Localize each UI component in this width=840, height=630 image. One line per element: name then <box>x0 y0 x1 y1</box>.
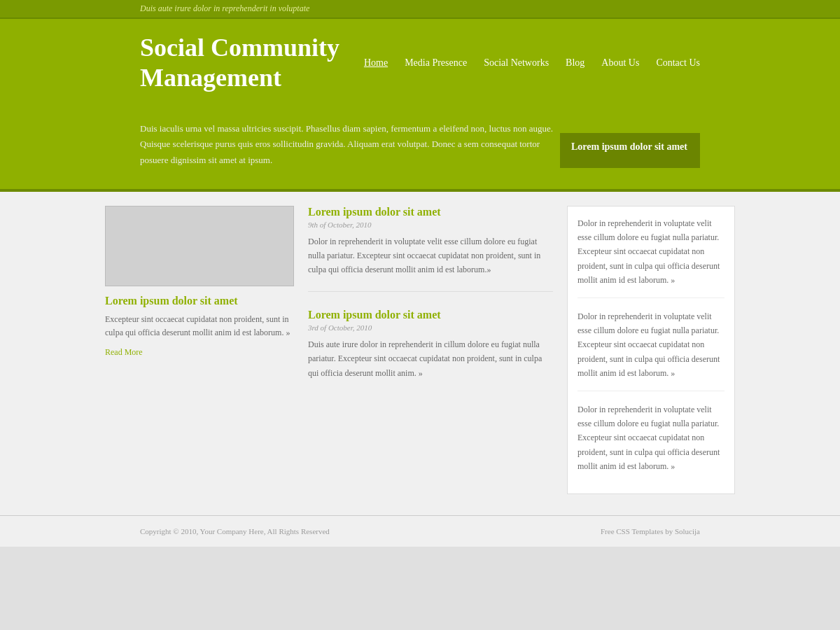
left-post-text: Excepteur sint occaecat cupidatat non pr… <box>105 313 294 340</box>
hero-section: Duis iaculis urna vel massa ultricies su… <box>0 114 840 191</box>
sidebar-item-1: Dolor in reprehenderit in voluptate veli… <box>578 216 724 298</box>
site-title-line1: Social Community <box>140 33 340 63</box>
post-2-title: Lorem ipsum dolor sit amet <box>308 309 553 321</box>
header: Social Community Management Home Media P… <box>0 19 840 114</box>
footer-copyright: Copyright © 2010, Your Company Here, All… <box>140 527 330 536</box>
read-more-link[interactable]: Read More <box>105 347 143 357</box>
nav-contact-us[interactable]: Contact Us <box>656 57 700 69</box>
sidebar-item-3: Dolor in reprehenderit in voluptate veli… <box>578 402 724 484</box>
post-1-text: Dolor in reprehenderit in voluptate veli… <box>308 234 553 277</box>
sidebar: Dolor in reprehenderit in voluptate veli… <box>567 206 735 494</box>
footer: Copyright © 2010, Your Company Here, All… <box>0 515 840 547</box>
top-bar: Duis aute irure dolor in reprehenderit i… <box>0 0 840 19</box>
site-title-line2: Management <box>140 63 340 93</box>
post-thumbnail <box>105 206 294 286</box>
nav-blog[interactable]: Blog <box>566 57 584 69</box>
sidebar-header-box: Lorem ipsum dolor sit amet <box>560 133 700 168</box>
hero-text: Duis iaculis urna vel massa ultricies su… <box>140 121 560 167</box>
sidebar-item-2: Dolor in reprehenderit in voluptate veli… <box>578 309 724 391</box>
nav-home[interactable]: Home <box>364 57 388 69</box>
left-post-title: Lorem ipsum dolor sit amet <box>105 295 294 307</box>
nav-media-presence[interactable]: Media Presence <box>405 57 467 69</box>
sidebar-text-3: Dolor in reprehenderit in voluptate veli… <box>578 402 724 474</box>
nav-about-us[interactable]: About Us <box>601 57 639 69</box>
middle-column: Lorem ipsum dolor sit amet 9th of Octobe… <box>308 206 553 494</box>
main-nav: Home Media Presence Social Networks Blog… <box>364 57 700 69</box>
post-1-date: 9th of October, 2010 <box>308 220 553 229</box>
sidebar-text-1: Dolor in reprehenderit in voluptate veli… <box>578 216 724 288</box>
sidebar-text-2: Dolor in reprehenderit in voluptate veli… <box>578 309 724 381</box>
left-column: Lorem ipsum dolor sit amet Excepteur sin… <box>105 206 294 494</box>
top-bar-text: Duis aute irure dolor in reprehenderit i… <box>140 4 700 14</box>
nav-social-networks[interactable]: Social Networks <box>484 57 549 69</box>
post-item-1: Lorem ipsum dolor sit amet 9th of Octobe… <box>308 206 553 292</box>
post-item-2: Lorem ipsum dolor sit amet 3rd of Octobe… <box>308 309 553 394</box>
footer-credits: Free CSS Templates by Solucija <box>601 527 700 536</box>
sidebar-header-title: Lorem ipsum dolor sit amet <box>571 141 689 153</box>
hero-paragraph: Duis iaculis urna vel massa ultricies su… <box>140 121 560 167</box>
post-2-text: Duis aute irure dolor in reprehenderit i… <box>308 337 553 380</box>
post-1-title: Lorem ipsum dolor sit amet <box>308 206 553 218</box>
site-title: Social Community Management <box>140 33 340 93</box>
post-2-date: 3rd of October, 2010 <box>308 323 553 332</box>
